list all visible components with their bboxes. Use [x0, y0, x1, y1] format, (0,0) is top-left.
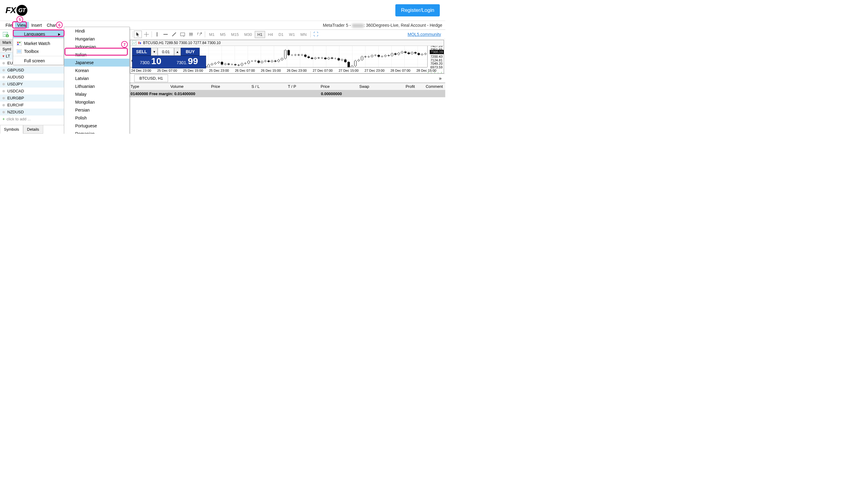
y-tick: 7200.43 [430, 55, 442, 58]
bullet-icon [2, 97, 5, 99]
volume-input[interactable] [158, 48, 174, 56]
volume-up-button[interactable]: ▲ [174, 48, 181, 56]
menu-full-screen[interactable]: Full screen [13, 57, 64, 65]
market-watch-row[interactable]: USDCAD [0, 88, 64, 95]
lang-item-hungarian[interactable]: Hungarian [64, 35, 129, 43]
volume-down-button[interactable]: ▼ [151, 48, 158, 56]
svg-rect-203 [368, 57, 370, 57]
chart-body[interactable]: SELL ▼ ▲ BUY 7300. 10 [130, 46, 444, 73]
lang-item-malay[interactable]: Malay [64, 90, 129, 98]
buy-price[interactable]: 7301. 99 [169, 56, 206, 68]
lang-item-romanian[interactable]: Romanian [64, 130, 129, 134]
indicators-icon[interactable]: f [196, 31, 204, 38]
text-label-icon[interactable]: … [179, 31, 187, 38]
market-watch-row[interactable]: EURGBP [0, 95, 64, 102]
sell-button[interactable]: SELL [132, 48, 151, 56]
timeframe-w1[interactable]: W1 [286, 31, 298, 38]
timeframe-m5[interactable]: M5 [217, 31, 228, 38]
tab-symbols[interactable]: Symbols [0, 125, 23, 134]
timeframe-h4[interactable]: H4 [265, 31, 276, 38]
lang-item-indonesian[interactable]: Indonesian [64, 43, 129, 51]
timeframe-m15[interactable]: M15 [228, 31, 241, 38]
svg-rect-201 [364, 57, 366, 57]
x-tick: 26 Dec 23:00 [287, 69, 307, 72]
trend-line-icon[interactable] [170, 31, 178, 38]
svg-rect-223 [401, 52, 403, 53]
x-tick: 28 Dec 07:00 [391, 69, 410, 72]
svg-rect-219 [395, 54, 397, 55]
svg-rect-205 [371, 55, 373, 57]
col-volume: Volume [159, 83, 186, 90]
lang-item-mongolian[interactable]: Mongolian [64, 98, 129, 106]
toolbox-icon [16, 49, 22, 54]
lang-item-italian[interactable]: Italian [64, 51, 129, 59]
svg-line-14 [172, 33, 176, 36]
x-tick: 25 Dec 23:00 [209, 69, 229, 72]
grid-icon[interactable] [187, 31, 195, 38]
lang-item-portuguese[interactable]: Portuguese [64, 122, 129, 130]
down-arrow-icon: ▾ [2, 54, 5, 58]
timeframe-mn[interactable]: MN [298, 31, 309, 38]
market-watch-row[interactable]: NZDUSD [0, 108, 64, 115]
menu-charts[interactable]: Charts [44, 22, 62, 29]
chart-tab-btcusd[interactable]: BTCUSD, H1 [134, 74, 168, 82]
lang-item-latvian[interactable]: Latvian [64, 74, 129, 82]
timeframe-m30[interactable]: M30 [241, 31, 254, 38]
svg-rect-151 [281, 58, 283, 60]
x-tick: 25 Dec 15:00 [183, 69, 203, 72]
col-price2: Price [299, 83, 332, 90]
languages-dropdown: HindiHungarianIndonesianItalianJapaneseK… [64, 27, 130, 134]
vertical-line-icon[interactable] [153, 31, 161, 38]
volume-control: ▼ ▲ [151, 48, 181, 56]
bullet-icon [2, 111, 5, 113]
y-tick: 7276.04 [430, 51, 442, 55]
market-watch-add-row[interactable]: + click to add ... [0, 115, 64, 123]
svg-rect-2 [19, 42, 21, 43]
menu-view[interactable]: View [15, 22, 29, 29]
cursor-icon[interactable] [134, 31, 142, 38]
brand-gt: GT [17, 5, 27, 16]
view-dropdown: Languages ▶ Market Watch Toolbox Full sc… [13, 30, 64, 65]
market-watch-icon [16, 41, 22, 46]
bullet-icon [2, 62, 5, 64]
svg-rect-167 [308, 57, 310, 58]
lang-item-lithuanian[interactable]: Lithuanian [64, 82, 129, 90]
menu-languages[interactable]: Languages ▶ [13, 30, 64, 38]
bullet-icon [2, 69, 5, 71]
svg-rect-26 [140, 42, 141, 44]
lang-item-hindi[interactable]: Hindi [64, 27, 129, 35]
svg-rect-145 [271, 61, 273, 62]
menu-toolbox[interactable]: Toolbox [13, 47, 64, 55]
timeframe-d1[interactable]: D1 [276, 31, 286, 38]
market-watch-row[interactable]: GBPUSD [0, 67, 64, 74]
expand-icon[interactable]: ⛶ [312, 31, 320, 38]
timeframe-h1[interactable]: H1 [255, 31, 266, 38]
x-tick: 27 Dec 15:00 [339, 69, 359, 72]
menu-file[interactable]: File [3, 22, 15, 29]
top-bar: FXGT Register/Login [0, 0, 445, 21]
lang-item-polish[interactable]: Polish [64, 114, 129, 122]
menu-market-watch[interactable]: Market Watch [13, 39, 64, 47]
svg-rect-177 [324, 58, 327, 59]
x-tick: 27 Dec 07:00 [313, 69, 332, 72]
tabs-expand-icon[interactable]: » [436, 76, 444, 81]
horizontal-line-icon[interactable] [162, 31, 169, 38]
lang-item-korean[interactable]: Korean [64, 67, 129, 74]
register-login-button[interactable]: Register/Login [395, 4, 440, 16]
lang-item-japanese[interactable]: Japanese [64, 59, 129, 67]
crosshair-icon[interactable] [143, 31, 150, 38]
svg-rect-215 [388, 55, 390, 56]
market-watch-row[interactable]: EURCHF [0, 102, 64, 108]
buy-button[interactable]: BUY [181, 48, 200, 56]
sell-price[interactable]: 7300. 10 [132, 56, 169, 68]
tab-details[interactable]: Details [23, 125, 43, 134]
menu-insert[interactable]: Insert [29, 22, 44, 29]
mql5-link[interactable]: MQL5.community [407, 32, 443, 37]
svg-text:…: … [181, 33, 184, 36]
svg-rect-233 [418, 53, 420, 55]
lang-item-persian[interactable]: Persian [64, 106, 129, 114]
market-watch-row[interactable]: USDJPY [0, 80, 64, 88]
timeframe-m1[interactable]: M1 [206, 31, 217, 38]
new-chart-icon[interactable] [2, 31, 10, 38]
market-watch-row[interactable]: AUDUSD [0, 74, 64, 80]
